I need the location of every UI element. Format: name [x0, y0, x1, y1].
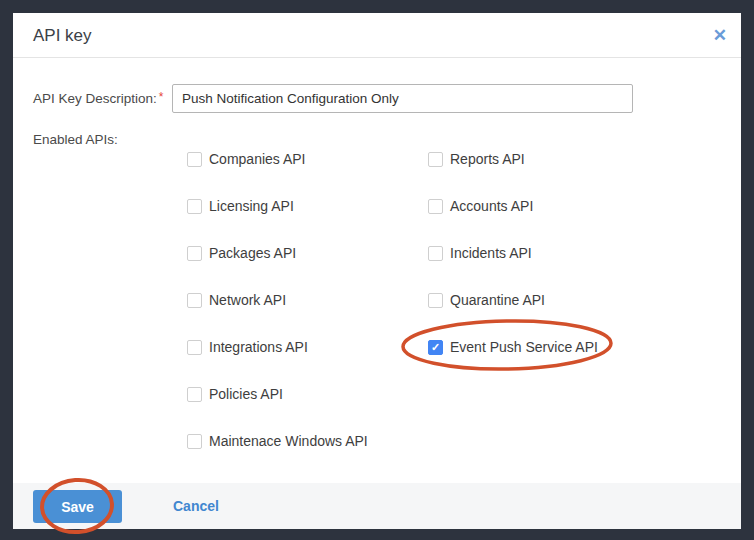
unchecked-checkbox-icon [187, 434, 202, 449]
description-label: API Key Description:* [33, 84, 163, 113]
checkbox-label: Network API [209, 292, 286, 308]
checkbox-network-api[interactable]: Network API [187, 292, 368, 308]
checkbox-quarantine-api[interactable]: Quarantine API [428, 292, 598, 308]
unchecked-checkbox-icon [187, 199, 202, 214]
checkbox-label: Integrations API [209, 339, 308, 355]
dialog-header: API key ✕ [13, 13, 741, 58]
dialog-title: API key [33, 13, 92, 58]
checkbox-label: Maintenace Windows API [209, 433, 368, 449]
checkbox-licensing-api[interactable]: Licensing API [187, 198, 368, 214]
checkbox-label: Companies API [209, 151, 306, 167]
checkbox-label: Incidents API [450, 245, 532, 261]
checked-checkbox-icon: ✓ [428, 340, 443, 355]
unchecked-checkbox-icon [187, 246, 202, 261]
api-checkbox-column-right: Reports APIAccounts APIIncidents APIQuar… [428, 151, 598, 386]
modal-backdrop: { "dialog": { "title": "API key" }, "ico… [0, 0, 754, 540]
cancel-link[interactable]: Cancel [173, 483, 219, 529]
checkbox-label: Policies API [209, 386, 283, 402]
unchecked-checkbox-icon [187, 387, 202, 402]
checkbox-label: Event Push Service API [450, 339, 598, 355]
api-key-dialog: API key ✕ API Key Description:* Enabled … [13, 13, 741, 529]
checkbox-policies-api[interactable]: Policies API [187, 386, 368, 402]
checkbox-reports-api[interactable]: Reports API [428, 151, 598, 167]
checkbox-accounts-api[interactable]: Accounts API [428, 198, 598, 214]
checkbox-label: Accounts API [450, 198, 533, 214]
checkbox-label: Licensing API [209, 198, 294, 214]
unchecked-checkbox-icon [187, 340, 202, 355]
unchecked-checkbox-icon [428, 152, 443, 167]
unchecked-checkbox-icon [187, 152, 202, 167]
close-icon: ✕ [713, 26, 727, 45]
checkbox-event-push-service-api[interactable]: ✓Event Push Service API [428, 339, 598, 355]
checkbox-packages-api[interactable]: Packages API [187, 245, 368, 261]
close-button[interactable]: ✕ [713, 13, 727, 58]
save-button[interactable]: Save [33, 490, 122, 523]
unchecked-checkbox-icon [187, 293, 202, 308]
checkbox-label: Reports API [450, 151, 525, 167]
api-key-description-input[interactable] [172, 84, 633, 113]
dialog-footer: Save Cancel [13, 483, 741, 529]
checkbox-label: Packages API [209, 245, 296, 261]
checkbox-maintenace-windows-api[interactable]: Maintenace Windows API [187, 433, 368, 449]
checkbox-label: Quarantine API [450, 292, 545, 308]
enabled-apis-label: Enabled APIs: [33, 132, 118, 147]
api-checkbox-column-left: Companies APILicensing APIPackages APINe… [187, 151, 368, 480]
checkbox-integrations-api[interactable]: Integrations API [187, 339, 368, 355]
checkbox-companies-api[interactable]: Companies API [187, 151, 368, 167]
checkbox-incidents-api[interactable]: Incidents API [428, 245, 598, 261]
required-asterisk: * [159, 90, 164, 104]
unchecked-checkbox-icon [428, 199, 443, 214]
unchecked-checkbox-icon [428, 246, 443, 261]
unchecked-checkbox-icon [428, 293, 443, 308]
description-label-text: API Key Description: [33, 91, 157, 106]
